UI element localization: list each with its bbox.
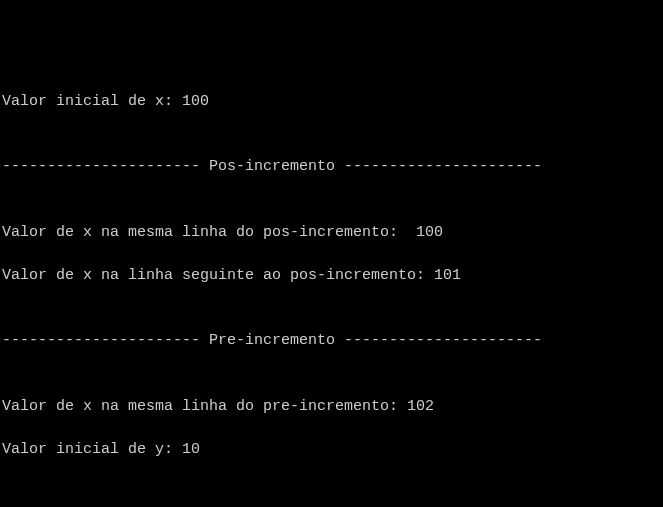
output-line: Valor de x na mesma linha do pre-increme…	[2, 396, 661, 418]
output-line: Valor inicial de y: 10	[2, 439, 661, 461]
output-line: Valor inicial de x: 100	[2, 91, 661, 113]
output-line: Valor de x na linha seguinte ao pos-incr…	[2, 265, 661, 287]
section-divider-pre-incremento: ---------------------- Pre-incremento --…	[2, 330, 661, 352]
section-divider-pos-incremento: ---------------------- Pos-incremento --…	[2, 156, 661, 178]
output-line: Valor de x na mesma linha do pos-increme…	[2, 222, 661, 244]
